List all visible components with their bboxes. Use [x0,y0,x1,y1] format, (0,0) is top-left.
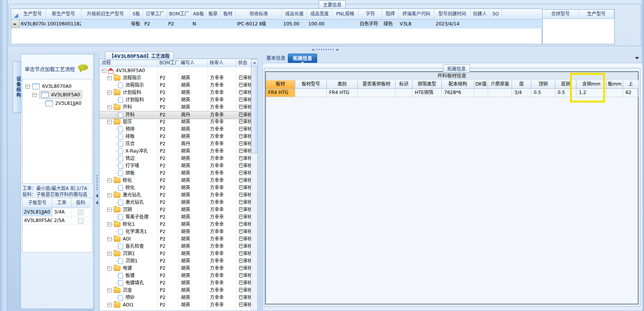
flow-cell[interactable]: 方幸幸 [210,184,235,192]
flow-cell[interactable]: 胡英 [181,89,207,96]
flow-cell[interactable]: 胡英 [181,82,207,89]
flow-row-name[interactable]: 沉金 [107,287,132,294]
grid-cell[interactable]: 100.00 [307,20,332,29]
material-column-header[interactable]: 配本结构 [442,80,474,89]
flow-cell[interactable]: 方幸幸 [210,104,235,111]
flow-expander-icon[interactable] [107,237,112,241]
flow-row-name[interactable]: 喷砂 [116,294,135,301]
column-header-升级前旧生产型号[interactable]: 升级前旧生产型号 [81,9,130,20]
grid-cell[interactable]: 绿色 [382,20,399,29]
material-cell[interactable]: 7628*6 [442,89,474,97]
material-cell[interactable]: 3/4 [512,89,531,97]
flow-row-压合[interactable]: 压合P2周丹方幸幸已审核 [100,140,252,148]
subtable-cell-ticket[interactable]: 2/5A [52,217,71,225]
flow-cell[interactable]: 方幸幸 [210,265,235,272]
flow-cell[interactable]: 方幸幸 [210,96,235,104]
flow-cell[interactable]: 胡英 [181,265,207,272]
flow-cell[interactable]: 已审核 [238,206,251,213]
grid-cell[interactable]: P2 [167,20,191,29]
flow-cell[interactable]: 胡英 [181,294,207,301]
flow-row-电镀[interactable]: 电镀P2胡英方幸幸已审核 [100,265,252,272]
main-info-grid[interactable]: 生产型号新生产型号升级前旧生产型号S板订单工厂BOM工厂AB板板厚板材验收标准成… [11,8,542,44]
flow-row-沉铜1[interactable]: 沉铜1P2胡英方幸幸已审核 [100,250,252,257]
grid-cell[interactable] [81,20,130,29]
flow-expander-icon[interactable] [107,208,112,212]
flow-cell[interactable]: 已审核 [238,133,251,140]
material-column-header[interactable]: 板mm [607,80,623,89]
flow-cell[interactable]: 已审核 [238,272,251,279]
flow-cell[interactable]: P2 [160,243,178,250]
flow-cell[interactable]: 胡英 [181,243,207,250]
flow-cell[interactable]: 已审核 [238,184,251,192]
flow-row-开料[interactable]: 开料P2胡英方幸幸已审核 [100,104,252,111]
flow-cell[interactable]: 已审核 [238,192,251,199]
flow-row-沉铜1[interactable]: 沉铜1P2胡英方幸幸已审核 [100,257,252,265]
flow-row-name[interactable]: 激光钻孔 [107,192,141,199]
flow-row-沉金[interactable]: 沉金P2胡英方幸幸已审核 [100,287,252,294]
flow-cell[interactable]: P2 [160,126,178,133]
subtable-cell-feed[interactable] [71,217,90,225]
flow-cell[interactable]: P2 [160,192,178,199]
flow-cell[interactable]: 已审核 [238,96,251,104]
flow-cell[interactable]: 胡英 [181,221,207,228]
flow-cell[interactable]: 方幸幸 [210,235,235,243]
subtable-row[interactable]: 4V3L80F5A02/5A [22,217,92,225]
flow-cell[interactable]: 方幸幸 [210,148,235,155]
flow-cell[interactable]: 方幸幸 [210,228,235,235]
flow-cell[interactable]: 胡英 [181,126,207,133]
subboard-table[interactable]: 子板型号工单投料2V3L81JJA03/4A✓4V3L80F5A02/5A [22,198,92,252]
flow-cell[interactable]: 方幸幸 [210,140,235,148]
tree-node-body[interactable]: 2V3L81JJA0 [46,99,81,107]
grid-cell[interactable] [470,20,490,29]
material-cell[interactable]: 0.5 [531,89,555,97]
flow-expander-icon[interactable] [107,266,112,271]
material-cell[interactable] [607,89,623,97]
column-header-新生产型号[interactable]: 新生产型号 [46,9,81,20]
subtable-cell-feed[interactable]: ✓ [71,208,90,217]
grid-cell[interactable]: 6V3L8070A0 [20,20,46,29]
flow-row-开料[interactable]: 开料P2周丹方幸幸已审核 [100,111,252,119]
flow-cell[interactable]: 胡英 [181,272,207,279]
column-header-订单工厂[interactable]: 订单工厂 [143,9,167,20]
flow-cell[interactable]: 方幸幸 [210,221,235,228]
flow-cell[interactable]: 已审核 [238,257,251,265]
flow-row-name[interactable]: 沉铜1 [116,257,138,265]
material-column-header[interactable]: 介质厚度 [488,80,512,89]
device-tree[interactable]: 6V3L8070A04V3L80F5A02V3L81JJA0 [22,79,92,184]
flow-row-name[interactable]: 排板 [116,133,135,140]
flow-row-name[interactable]: 烘板 [116,170,135,177]
flow-cell[interactable]: 胡英 [181,96,207,104]
material-column-header[interactable]: 类别 [327,80,358,89]
flow-row-name[interactable]: 4V3L80F5A0 [102,67,145,74]
flow-cell[interactable]: P2 [160,206,178,213]
material-cell[interactable]: 62 [623,89,639,97]
material-cell[interactable] [488,89,512,97]
tree-node-4V3L80F5A0[interactable]: 4V3L80F5A0 [32,91,82,99]
flow-row-喷砂[interactable]: 喷砂P2胡英方幸幸已审核 [100,294,252,301]
merge-column-header[interactable]: 合拼型号 [543,10,579,19]
merge-column-header[interactable]: 生产型号 [579,10,614,19]
flow-cell[interactable]: 方幸幸 [210,301,235,309]
feed-checkbox[interactable]: ✓ [78,210,83,215]
tree-node-body[interactable]: 6V3L8070A0 [32,82,72,90]
flow-cell[interactable]: 已审核 [238,287,251,294]
flow-cell[interactable]: 胡英 [181,170,207,177]
column-header-阻焊[interactable]: 阻焊 [382,9,399,20]
column-header-PNL规格[interactable]: PNL规格 [332,9,358,20]
flow-expander-icon[interactable] [107,303,112,307]
tab-extended-info[interactable]: 拓展信息 [288,54,317,64]
flow-cell[interactable]: 胡英 [181,250,207,257]
row-selector-header[interactable] [11,9,20,20]
flow-cell[interactable]: P2 [160,294,178,301]
flow-cell[interactable]: P2 [160,82,178,89]
flow-row-name[interactable]: 棕化 [107,177,132,184]
flow-row-name[interactable]: 层压 [107,118,132,126]
material-cell[interactable]: FR4 HTG [327,89,358,97]
flow-cell[interactable]: 胡英 [181,235,207,243]
flow-row-name[interactable]: 打字唛 [116,162,139,170]
flow-cell[interactable]: 方幸幸 [210,257,235,265]
column-header-SO[interactable]: SO [490,9,502,20]
material-table[interactable]: 开料板材信息 板材板材型号类别是否客供板材标识铜箔类型配本结构DK值介质厚度层顶… [265,71,639,304]
flow-cell[interactable]: P2 [160,111,178,119]
flow-row-name[interactable]: 盲孔检查 [116,243,144,250]
